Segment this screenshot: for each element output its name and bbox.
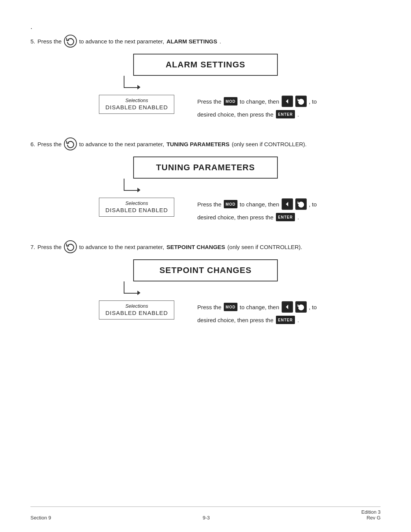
step-7-text-end: (only seen if CONTROLLER). xyxy=(228,244,303,250)
step-7-selections-box: Selections DISABLED ENABLED xyxy=(99,300,174,320)
step-5-param-bold: ALARM SETTINGS xyxy=(166,38,217,45)
step-7-text-after: to advance to the next parameter, xyxy=(79,244,164,250)
step-5-selections-values: DISABLED ENABLED xyxy=(105,104,168,110)
step-6-section: 6. Press the to advance to the next para… xyxy=(30,137,381,221)
circ-arrow-icon-6 xyxy=(295,198,307,210)
arrow-tip-7 xyxy=(137,291,140,295)
footer-page: 9-3 xyxy=(202,515,210,521)
step-5-instr1-comma: , to xyxy=(309,98,317,105)
refresh-icon-7 xyxy=(64,240,77,253)
step-7-number: 7. xyxy=(30,244,35,250)
step-7-selections-values: DISABLED ENABLED xyxy=(105,310,168,316)
step-7-instr-line-1: Press the MOD to change, then , to xyxy=(197,301,317,313)
step-6-selections-label: Selections xyxy=(105,200,168,206)
step-7-bottom-row: Selections DISABLED ENABLED Press the MO… xyxy=(99,300,381,324)
enter-button-5: ENTER xyxy=(276,110,295,118)
step-6-text-before: Press the xyxy=(38,141,62,147)
step-5-instr1-before: Press the xyxy=(197,98,221,105)
step-5-instructions: Press the MOD to change, then , to xyxy=(197,95,317,118)
step-7-instr1-before: Press the xyxy=(197,304,221,310)
refresh-icon-6 xyxy=(64,137,77,150)
arrow-6 xyxy=(124,179,381,198)
step-7-instr-line-2: desired choice, then press the ENTER . xyxy=(197,316,317,324)
step-7-instr1-after: to change, then xyxy=(240,304,279,310)
step-5-instr1-after: to change, then xyxy=(240,98,279,105)
arrow-right-7 xyxy=(124,293,139,294)
step-6-selections-values: DISABLED ENABLED xyxy=(105,207,168,213)
step-5-bottom-row: Selections DISABLED ENABLED Press the MO… xyxy=(99,95,381,118)
mod-button-5: MOD xyxy=(224,97,237,105)
footer-section: Section 9 xyxy=(30,515,51,521)
dot-marker: . xyxy=(30,23,381,31)
setpoint-changes-box: SETPOINT CHANGES xyxy=(133,259,278,281)
step-7-instr2-before: desired choice, then press the xyxy=(197,317,273,323)
step-5-selections-box: Selections DISABLED ENABLED xyxy=(99,95,174,114)
step-7-instructions: Press the MOD to change, then , to xyxy=(197,300,317,324)
step-7-intro: 7. Press the to advance to the next para… xyxy=(30,240,381,253)
step-6-instr2-end: . xyxy=(297,214,299,220)
step-5-instr2-end: . xyxy=(297,111,299,118)
step-6-instr1-comma: , to xyxy=(309,201,317,208)
step-5-text-after: to advance to the next parameter, xyxy=(79,38,164,45)
step-5-intro: 5. Press the to advance to the next para… xyxy=(30,35,381,48)
footer-edition: Edition 3 Rev G xyxy=(361,509,381,521)
step-7-section: 7. Press the to advance to the next para… xyxy=(30,240,381,324)
page: . 5. Press the to advance to the next pa… xyxy=(0,0,411,532)
arrow-right-6 xyxy=(124,190,139,191)
step-6-instructions: Press the MOD to change, then , to xyxy=(197,198,317,221)
arrow-down-6 xyxy=(124,179,124,190)
step-5-instr-line-1: Press the MOD to change, then , to xyxy=(197,96,317,107)
step-5-instr2-before: desired choice, then press the xyxy=(197,111,273,118)
mod-button-6: MOD xyxy=(224,200,237,208)
mod-button-7: MOD xyxy=(224,303,237,311)
arrow-left-icon-7 xyxy=(282,301,293,313)
step-5-section: 5. Press the to advance to the next para… xyxy=(30,35,381,118)
arrow-tip-6 xyxy=(137,188,140,192)
step-7-param-bold: SETPOINT CHANGES xyxy=(166,244,225,250)
alarm-settings-box: ALARM SETTINGS xyxy=(133,54,278,76)
step-6-instr2-before: desired choice, then press the xyxy=(197,214,273,220)
step-6-number: 6. xyxy=(30,141,35,147)
step-6-text-end: (only seen if CONTROLLER). xyxy=(232,141,307,147)
step-7-selections-label: Selections xyxy=(105,303,168,309)
step-5-text-end: . xyxy=(220,38,221,45)
footer: Section 9 9-3 Edition 3 Rev G xyxy=(30,506,381,521)
arrow-down-5 xyxy=(124,76,124,87)
step-6-instr-line-2: desired choice, then press the ENTER . xyxy=(197,213,317,221)
step-6-text-after: to advance to the next parameter, xyxy=(79,141,164,147)
step-6-instr1-after: to change, then xyxy=(240,201,279,208)
step-6-param-bold: TUNING PARAMETERS xyxy=(166,141,229,147)
step-5-text-before: Press the xyxy=(38,38,62,45)
arrow-left-icon-6 xyxy=(282,198,293,210)
enter-button-7: ENTER xyxy=(276,316,295,324)
step-6-instr-line-1: Press the MOD to change, then , to xyxy=(197,198,317,210)
svg-marker-1 xyxy=(286,202,288,206)
step-7-text-before: Press the xyxy=(38,244,62,250)
footer-edition-line1: Edition 3 xyxy=(361,509,381,515)
step-5-number: 5. xyxy=(30,38,35,45)
arrow-down-7 xyxy=(124,281,124,293)
arrow-tip-5 xyxy=(137,85,140,89)
step-6-instr1-before: Press the xyxy=(197,201,221,208)
arrow-7 xyxy=(124,281,381,300)
step-6-selections-box: Selections DISABLED ENABLED xyxy=(99,198,174,217)
arrow-right-5 xyxy=(124,87,139,88)
tuning-parameters-title: TUNING PARAMETERS xyxy=(142,163,269,173)
step-7-instr2-end: . xyxy=(297,317,299,323)
step-6-bottom-row: Selections DISABLED ENABLED Press the MO… xyxy=(99,198,381,221)
step-6-intro: 6. Press the to advance to the next para… xyxy=(30,137,381,150)
circ-arrow-icon-7 xyxy=(295,301,307,313)
setpoint-changes-title: SETPOINT CHANGES xyxy=(142,265,269,275)
enter-button-6: ENTER xyxy=(276,213,295,221)
arrow-5 xyxy=(124,76,381,95)
step-5-selections-label: Selections xyxy=(105,97,168,103)
refresh-icon-5 xyxy=(64,35,77,48)
tuning-parameters-box: TUNING PARAMETERS xyxy=(133,157,278,179)
svg-marker-2 xyxy=(286,305,288,309)
alarm-settings-title: ALARM SETTINGS xyxy=(142,60,269,70)
step-5-instr-line-2: desired choice, then press the ENTER . xyxy=(197,110,317,118)
svg-marker-0 xyxy=(286,99,288,104)
step-7-instr1-comma: , to xyxy=(309,304,317,310)
footer-edition-line2: Rev G xyxy=(361,515,381,521)
arrow-left-icon-5 xyxy=(282,96,293,107)
